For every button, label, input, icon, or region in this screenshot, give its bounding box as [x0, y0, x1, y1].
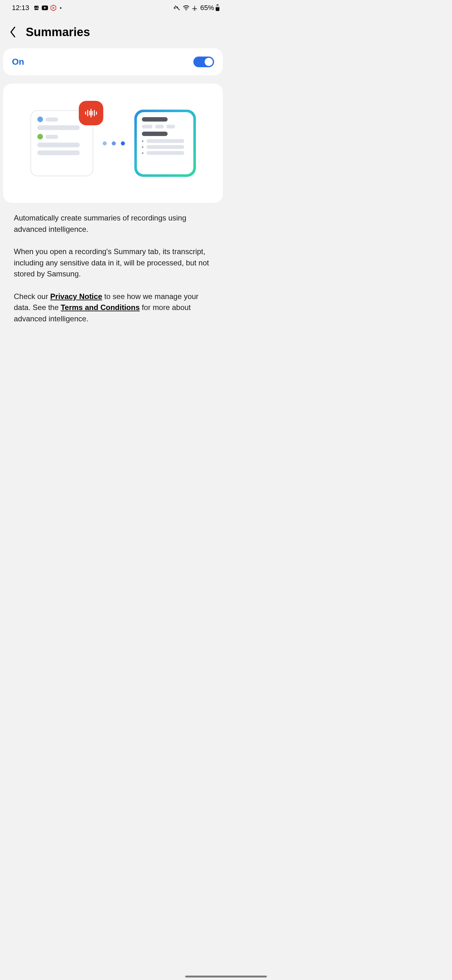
illustration-card [3, 84, 223, 203]
youtube-icon [42, 5, 48, 10]
speaker-avatar-icon [37, 116, 43, 122]
placeholder-line [142, 125, 152, 129]
toggle-switch[interactable] [193, 57, 214, 67]
status-right: 65% [174, 4, 220, 12]
master-toggle-row[interactable]: On [3, 48, 223, 75]
svg-point-1 [37, 6, 38, 8]
dot-icon [112, 142, 116, 145]
back-button[interactable] [6, 25, 20, 39]
placeholder-line [46, 118, 58, 122]
dark-line [142, 132, 168, 136]
gallery-icon [33, 5, 39, 11]
dot-icon [121, 142, 125, 145]
illustration-summary-icon [134, 110, 196, 177]
bullet-icon [142, 140, 143, 142]
battery-text: 65% [200, 4, 214, 12]
description-text: Automatically create summaries of record… [0, 203, 226, 324]
more-icon [60, 7, 62, 9]
placeholder-line [37, 143, 80, 147]
status-left: 12:13 [12, 4, 62, 12]
placeholder-line [167, 125, 175, 129]
placeholder-line [37, 150, 80, 155]
placeholder-line [46, 135, 58, 139]
bullet-icon [142, 146, 143, 148]
page-title: Summaries [26, 25, 90, 39]
placeholder-line [147, 145, 184, 149]
hex-app-icon [51, 5, 56, 11]
placeholder-line [155, 125, 164, 129]
header: Summaries [0, 16, 226, 48]
description-p3: Check our Privacy Notice to see how we m… [14, 291, 212, 325]
wifi-icon [183, 5, 190, 11]
privacy-notice-link[interactable]: Privacy Notice [50, 292, 102, 301]
bullet-icon [142, 152, 143, 154]
status-time: 12:13 [12, 4, 29, 12]
terms-conditions-link[interactable]: Terms and Conditions [60, 303, 140, 312]
svg-rect-8 [216, 7, 219, 8]
airplane-icon [192, 5, 198, 11]
dark-line [142, 117, 168, 122]
placeholder-line [37, 125, 80, 130]
status-bar: 12:13 65% [0, 0, 226, 16]
vibrate-icon [174, 5, 181, 11]
battery-icon [215, 5, 220, 11]
speaker-avatar-icon [37, 134, 43, 140]
processing-dots-icon [103, 142, 125, 145]
placeholder-line [147, 139, 184, 143]
description-p2: When you open a recording's Summary tab,… [14, 246, 212, 280]
dot-icon [103, 142, 107, 145]
svg-point-4 [186, 10, 186, 10]
toggle-label: On [12, 57, 24, 67]
record-app-icon [79, 101, 103, 125]
illustration-transcript-icon [30, 110, 93, 176]
svg-rect-5 [217, 5, 219, 5]
description-p1: Automatically create summaries of record… [14, 212, 212, 235]
text: Check our [14, 292, 50, 301]
placeholder-line [147, 151, 184, 155]
svg-rect-0 [34, 6, 39, 10]
